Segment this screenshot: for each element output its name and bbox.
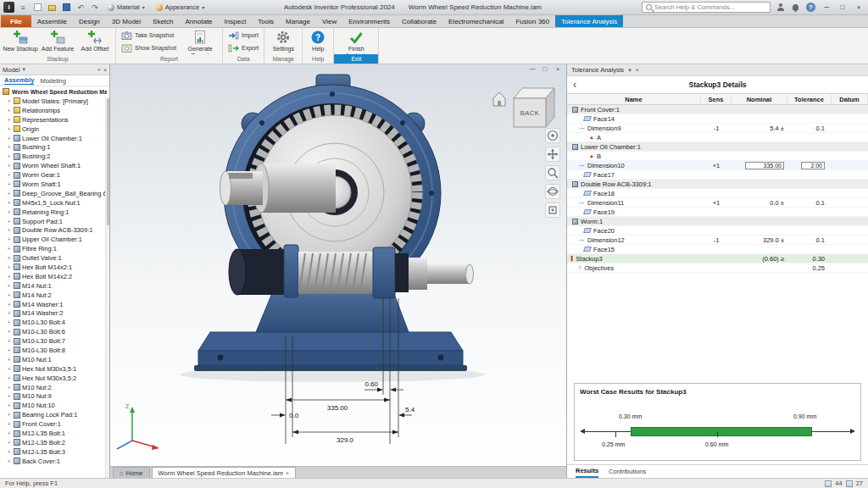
ribbon-tab-environments[interactable]: Environments: [342, 15, 396, 27]
expand-icon[interactable]: +: [6, 144, 12, 150]
expand-icon[interactable]: +: [6, 274, 12, 280]
expand-icon[interactable]: +: [6, 357, 12, 363]
save-icon[interactable]: [60, 2, 72, 13]
expand-icon[interactable]: +: [6, 209, 12, 215]
tree-item-hex-nut-m30x3-5-1[interactable]: +Hex Nut M30x3,5:1: [0, 364, 109, 374]
take-snapshot-button[interactable]: Take Snapshot: [119, 29, 179, 42]
tree-item-m14-washer-2[interactable]: +M14 Washer:2: [0, 308, 109, 318]
expand-icon[interactable]: +: [6, 136, 12, 141]
expand-icon[interactable]: +: [6, 458, 12, 464]
expand-icon[interactable]: +: [6, 366, 12, 372]
stackup-row-dimension12[interactable]: Dimension12-1329.0 ±0.1: [567, 236, 868, 245]
ribbon-tab-tools[interactable]: Tools: [252, 15, 280, 27]
tree-item-support-pad-1[interactable]: +Support Pad:1: [0, 217, 109, 226]
tab-modeling[interactable]: Modeling: [40, 77, 65, 85]
tree-item-worm-shaft-1[interactable]: +Worm Shaft:1: [0, 180, 109, 189]
tree-item-m45x1-5-lock-nut-1[interactable]: +M45x1,5_Lock Nut:1: [0, 198, 109, 208]
tab-active-document[interactable]: Worm Wheel Speed Reduction Machine.iam ×: [152, 467, 297, 478]
expand-icon[interactable]: +: [6, 283, 12, 289]
tree-item-m12-l35-bolt-1[interactable]: +M12-L35 Bolt:1: [0, 429, 109, 438]
tree-item-hex-nut-m30x3-5-2[interactable]: +Hex Nut M30x3,5:2: [0, 374, 109, 383]
expand-icon[interactable]: +: [6, 329, 12, 335]
tree-item-m14-washer-1[interactable]: +M14 Washer:1: [0, 300, 109, 309]
ribbon-tab-sketch[interactable]: Sketch: [147, 15, 179, 27]
expand-icon[interactable]: +: [6, 264, 12, 270]
tree-item-double-row-acb-3309-1[interactable]: +Double Row ACB-3309:1: [0, 225, 109, 235]
app-menu-icon[interactable]: ≡: [17, 2, 29, 13]
ribbon-tab-annotate[interactable]: Annotate: [180, 15, 219, 27]
help-button[interactable]: ? Help: [305, 29, 331, 53]
tree-item-m14-nut-2[interactable]: +M14 Nut:2: [0, 291, 109, 300]
expand-icon[interactable]: +: [6, 246, 12, 252]
worm-shaft-assembly[interactable]: [229, 245, 474, 298]
tree-item-bushing-2[interactable]: +Bushing:2: [0, 152, 109, 161]
stackup-row-b[interactable]: B: [567, 152, 868, 161]
expand-icon[interactable]: +: [6, 449, 12, 455]
worm-gear-reducer-model[interactable]: 0.60 335.00 0.0 5.4 329.0 Z: [117, 75, 554, 450]
ribbon-tab-manage[interactable]: Manage: [280, 15, 316, 27]
expand-icon[interactable]: +: [6, 98, 12, 104]
ribbon-tab-design[interactable]: Design: [73, 15, 106, 27]
expand-icon[interactable]: +: [6, 219, 12, 225]
new-stackup-button[interactable]: New Stackup: [3, 29, 38, 53]
tree-item-m10-nut-1[interactable]: +M10 Nut:1: [0, 355, 109, 364]
column-header-sens[interactable]: Sens: [701, 94, 732, 104]
zoom-icon[interactable]: [545, 165, 560, 180]
tree-item-bushing-1[interactable]: +Bushing:1: [0, 142, 109, 152]
tree-item-upper-oil-chamber-1[interactable]: +Upper Oil Chamber:1: [0, 235, 109, 244]
pan-icon[interactable]: [545, 147, 560, 162]
look-at-icon[interactable]: [545, 202, 560, 218]
expand-icon[interactable]: +: [6, 402, 12, 408]
expand-icon[interactable]: +: [6, 440, 12, 446]
browser-pane-tab-model[interactable]: Model: [3, 66, 19, 74]
tree-item-hex-bolt-m14x2-2[interactable]: +Hex Bolt M14x2:2: [0, 272, 109, 281]
expand-icon[interactable]: +: [6, 153, 12, 159]
expand-icon[interactable]: +: [6, 200, 12, 206]
stackup-row-face15[interactable]: Face15: [567, 245, 868, 254]
doc-restore-icon[interactable]: □: [540, 65, 550, 73]
tree-item-m10-nut-10[interactable]: +M10 Nut:10: [0, 401, 109, 410]
tree-item-worm-wheel-shaft-1[interactable]: +Worm Wheel Shaft:1: [0, 161, 109, 170]
tree-item-m10-l30-bolt-4[interactable]: +M10-L30 Bolt:4: [0, 318, 109, 327]
close-pane-icon[interactable]: ×: [103, 67, 107, 73]
close-panel-icon[interactable]: ×: [636, 67, 639, 73]
stackup-row-double-row-acb-3309-1[interactable]: Double Row ACB-3309:1: [567, 180, 868, 189]
stackup-row-a[interactable]: A: [567, 133, 868, 142]
tree-item-m10-l30-bolt-7[interactable]: +M10-L30 Bolt:7: [0, 336, 109, 346]
tab-contributions[interactable]: Contributions: [609, 468, 646, 475]
search-input[interactable]: Search Help & Commands...: [642, 2, 771, 13]
tab-assembly[interactable]: Assembly: [4, 76, 34, 85]
stackup-row-face14[interactable]: Face14: [567, 114, 868, 124]
window-restore-button[interactable]: □: [837, 2, 849, 14]
finish-analysis-button[interactable]: Finish Analysis: [337, 29, 376, 54]
tree-item-m14-nut-1[interactable]: +M14 Nut:1: [0, 281, 109, 291]
expand-icon[interactable]: +: [6, 319, 12, 325]
stackup-row-lower-oil-chamber-1[interactable]: Lower Oil Chamber:1: [567, 142, 868, 152]
ribbon-tab-file[interactable]: File: [1, 15, 31, 27]
appearance-dropdown[interactable]: Appearance ▾: [152, 2, 209, 14]
tree-item-m12-l35-bolt-2[interactable]: +M12-L35 Bolt:2: [0, 438, 109, 447]
doc-close-icon[interactable]: ×: [553, 65, 563, 73]
column-header-name[interactable]: Name: [567, 94, 701, 104]
graphics-viewport[interactable]: 0.60 335.00 0.0 5.4 329.0 Z: [110, 64, 566, 478]
expand-icon[interactable]: +: [6, 338, 12, 344]
tree-item-lower-oil-chamber-1[interactable]: +Lower Oil Chamber:1: [0, 134, 109, 143]
stackup-row-worm-1[interactable]: Worm:1: [567, 217, 868, 226]
expand-icon[interactable]: +: [6, 126, 12, 132]
tree-item-front-cover-1[interactable]: +Front Cover:1: [0, 419, 109, 429]
tree-item-m10-nut-9[interactable]: +M10 Nut:9: [0, 392, 109, 402]
tree-item-representations[interactable]: +Representations: [0, 115, 109, 125]
ribbon-tab-fusion-360[interactable]: Fusion 360: [509, 15, 555, 27]
tolerance-input[interactable]: 2.00: [801, 162, 825, 169]
stackup-row-face19[interactable]: Face19: [567, 208, 868, 217]
column-header-nominal[interactable]: Nominal: [732, 94, 787, 104]
stackup-row-face20[interactable]: Face20: [567, 226, 868, 236]
tree-item-m10-l30-bolt-6[interactable]: +M10-L30 Bolt:6: [0, 327, 109, 336]
stackup-row-dimension9[interactable]: Dimension9-15.4 ±0.1: [567, 124, 868, 133]
tree-item-worm-gear-1[interactable]: +Worm Gear:1: [0, 170, 109, 180]
tree-item-back-cover-1[interactable]: +Back Cover:1: [0, 457, 109, 466]
user-account-icon[interactable]: [775, 2, 786, 13]
expand-icon[interactable]: +: [6, 117, 12, 123]
material-dropdown[interactable]: Material ▾: [103, 2, 149, 14]
chevron-down-icon[interactable]: ▾: [22, 66, 25, 73]
